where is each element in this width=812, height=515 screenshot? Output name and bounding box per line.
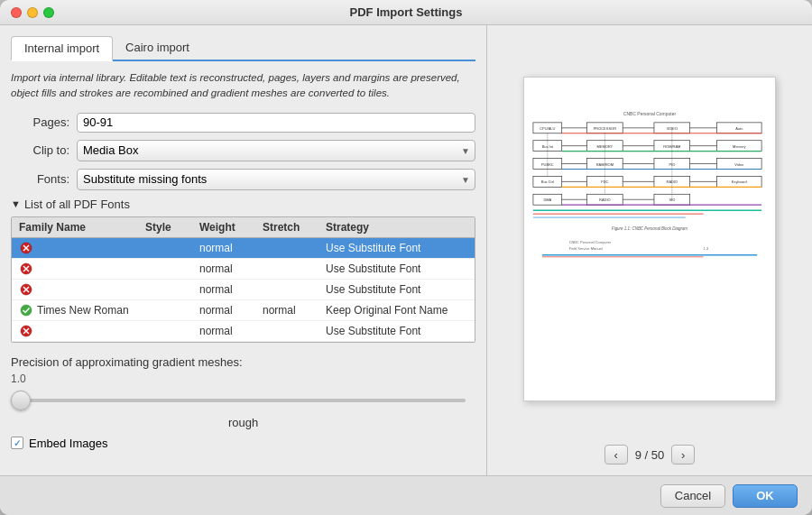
rough-label: rough — [11, 416, 475, 429]
font-style-cell — [143, 247, 198, 249]
titlebar: PDF Import Settings — [0, 0, 812, 25]
table-row[interactable]: Times New Roman normal normal Keep Origi… — [12, 300, 475, 321]
font-name-text: Times New Roman — [37, 304, 129, 317]
pdf-import-settings-window: PDF Import Settings Internal import Cair… — [0, 0, 812, 515]
font-strategy-cell: Keep Original Font Name — [324, 303, 469, 317]
font-stretch-cell: normal — [261, 303, 324, 317]
embed-images-checkbox[interactable]: ✓ — [11, 437, 23, 449]
table-row[interactable]: normal Use Substitute Font — [12, 238, 475, 259]
font-list-header[interactable]: ▼ List of all PDF Fonts — [11, 198, 475, 211]
fonts-row: Fonts: Substitute missing fonts Keep ori… — [11, 169, 475, 190]
precision-value: 1.0 — [11, 372, 475, 385]
fonts-label: Fonts: — [11, 172, 69, 186]
error-icon — [19, 324, 33, 338]
error-icon — [19, 241, 33, 255]
cancel-button[interactable]: Cancel — [660, 484, 725, 508]
precision-section: Precision of approximating gradient mesh… — [11, 355, 475, 429]
col-weight: Weight — [198, 219, 261, 235]
font-family-cell: Times New Roman — [17, 302, 143, 318]
svg-text:Bus Int: Bus Int — [542, 143, 554, 148]
embed-images-row: ✓ Embed Images — [11, 437, 475, 450]
font-weight-cell: normal — [198, 324, 261, 338]
font-weight-cell: normal — [198, 303, 261, 317]
clip-to-row: Clip to: Media Box Crop Box Bleed Box Tr… — [11, 140, 475, 161]
svg-text:Figure 1.1: CNBC Personal Bloc: Figure 1.1: CNBC Personal Block Diagram — [612, 226, 687, 231]
font-style-cell — [143, 330, 198, 332]
tab-cairo-import[interactable]: Cairo import — [113, 36, 202, 60]
font-stretch-cell — [261, 268, 324, 270]
font-strategy-cell: Use Substitute Font — [324, 324, 469, 338]
fonts-select[interactable]: Substitute missing fonts Keep original f… — [77, 169, 475, 190]
titlebar-buttons — [11, 7, 54, 18]
ok-button[interactable]: OK — [733, 484, 798, 508]
pages-label: Pages: — [11, 115, 69, 129]
font-table: Family Name Style Weight Stretch Strateg… — [11, 216, 475, 343]
font-family-cell — [17, 240, 143, 256]
font-strategy-cell: Use Substitute Font — [324, 282, 469, 297]
font-style-cell — [143, 309, 198, 311]
clip-to-select[interactable]: Media Box Crop Box Bleed Box Trim Box Ar… — [77, 140, 475, 161]
table-row[interactable]: normal Use Substitute Font — [12, 280, 475, 300]
table-row[interactable]: normal Use Substitute Font — [12, 321, 475, 342]
pages-row: Pages: — [11, 113, 475, 133]
embed-images-label: Embed Images — [29, 437, 107, 450]
font-style-cell — [143, 289, 198, 290]
font-stretch-cell — [261, 330, 324, 332]
svg-text:CNBC Personal Computer: CNBC Personal Computer — [623, 111, 676, 115]
maximize-button[interactable] — [43, 7, 54, 18]
font-weight-cell: normal — [198, 262, 261, 276]
checkbox-check: ✓ — [14, 438, 21, 448]
ok-icon — [19, 303, 33, 317]
font-family-cell — [17, 281, 143, 298]
font-list-arrow: ▼ — [11, 198, 21, 209]
font-stretch-cell — [261, 289, 324, 290]
col-style: Style — [143, 219, 198, 235]
error-icon — [19, 262, 33, 276]
page-indicator: 9 / 50 — [635, 448, 665, 462]
pdf-preview: CNBC Personal Computer CPU/ALU Bus Int P… — [523, 77, 776, 401]
col-family-name: Family Name — [17, 219, 143, 235]
precision-slider-wrapper — [11, 387, 475, 414]
svg-text:Video: Video — [734, 161, 744, 166]
svg-point-9 — [21, 305, 32, 316]
clip-to-select-wrapper: Media Box Crop Box Bleed Box Trim Box Ar… — [77, 140, 475, 161]
page-navigation: ‹ 9 / 50 › — [604, 445, 696, 464]
svg-text:Field Service Manual: Field Service Manual — [569, 245, 603, 250]
precision-label: Precision of approximating gradient mesh… — [11, 355, 475, 369]
content-area: Internal import Cairo import Import via … — [0, 25, 812, 475]
svg-text:Keyboard: Keyboard — [732, 179, 747, 184]
pages-input[interactable] — [77, 113, 475, 133]
font-weight-cell: normal — [198, 241, 261, 255]
diagram-svg: CNBC Personal Computer CPU/ALU Bus Int P… — [524, 78, 775, 320]
prev-page-button[interactable]: ‹ — [604, 445, 628, 464]
error-icon — [19, 282, 33, 297]
description-text: Import via internal library. Editable te… — [11, 70, 475, 102]
left-panel: Internal import Cairo import Import via … — [0, 25, 487, 475]
next-icon: › — [681, 448, 685, 462]
window-title: PDF Import Settings — [350, 5, 463, 19]
col-strategy: Strategy — [324, 219, 469, 235]
svg-text:Memory: Memory — [733, 143, 745, 148]
fonts-select-wrapper: Substitute missing fonts Keep original f… — [77, 169, 475, 190]
right-panel: CNBC Personal Computer CPU/ALU Bus Int P… — [487, 25, 812, 475]
minimize-button[interactable] — [27, 7, 38, 18]
precision-slider[interactable] — [11, 391, 31, 410]
bottom-bar: Cancel OK — [0, 475, 812, 515]
font-stretch-cell — [261, 247, 324, 249]
next-page-button[interactable]: › — [671, 445, 695, 464]
clip-to-label: Clip to: — [11, 143, 69, 157]
col-stretch: Stretch — [261, 219, 324, 235]
svg-text:RADIO: RADIO — [599, 198, 611, 202]
close-button[interactable] — [11, 7, 22, 18]
svg-text:Bus Ctrl: Bus Ctrl — [541, 179, 554, 184]
tab-internal-import[interactable]: Internal import — [11, 36, 113, 61]
font-strategy-cell: Use Substitute Font — [324, 241, 469, 255]
tab-bar: Internal import Cairo import — [11, 36, 475, 61]
font-family-cell — [17, 261, 143, 277]
svg-text:Auto: Auto — [735, 125, 743, 130]
svg-text:PROCESSOR: PROCESSOR — [594, 125, 616, 130]
font-style-cell — [143, 268, 198, 270]
svg-text:CPU/ALU: CPU/ALU — [540, 125, 555, 130]
slider-track — [21, 399, 466, 402]
table-row[interactable]: normal Use Substitute Font — [12, 259, 475, 280]
